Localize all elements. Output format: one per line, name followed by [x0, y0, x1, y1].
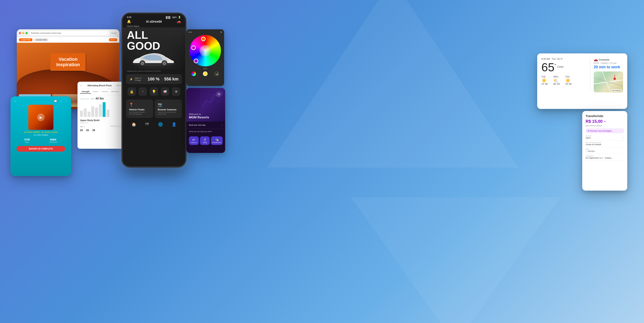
inactive-tab[interactable]: Inactive Tab	[34, 38, 48, 41]
workout-back-icon[interactable]: ←	[80, 84, 83, 87]
vacation-banner: VacationInspiration	[50, 53, 86, 71]
quando-section: Quando Agora	[586, 135, 592, 139]
bmw-status-bar: 8:09 ▌▌▌ WiFi 🔋	[123, 14, 185, 20]
horn-icon[interactable]: 📢	[161, 87, 169, 96]
mgm-entertain-btn[interactable]: 🎭 Entertainment	[211, 136, 223, 145]
more-icon[interactable]: ⋮	[65, 100, 68, 103]
tab-volume[interactable]: Volume	[100, 90, 110, 94]
color-wheel-bottom: 🌙	[186, 70, 224, 78]
tab-power[interactable]: Power	[91, 90, 100, 94]
quando-arrow[interactable]: ⌄	[622, 136, 624, 138]
quando-val: Agora	[586, 137, 592, 139]
maximize-dot[interactable]	[26, 32, 28, 34]
temperature: 65	[542, 61, 554, 73]
color-yellow-dot[interactable]	[203, 72, 208, 76]
bmw-car-icon[interactable]: 🚗	[177, 20, 181, 24]
transfer-msg-text: Escrever uma mensagem...	[590, 130, 613, 132]
mgm-body: Book your next stay › What can we help y…	[186, 122, 225, 146]
music-player-card: ← 💬 ♡ ⋮ ▶ CD JOÃO GOMES - Eu Tenho a Sen…	[10, 96, 71, 176]
mgm-checkin-btn[interactable]: 🏷 Check-In	[189, 136, 199, 145]
bmw-check-status: Check Status	[123, 25, 185, 28]
transfer-amount-row: R$ 15,00 ✏	[586, 119, 624, 124]
set-val-2: 20	[86, 129, 89, 132]
status-icons: ▌▌▌ WiFi 🔋	[166, 16, 181, 19]
bar-1	[80, 110, 83, 117]
color-wheel[interactable]	[190, 35, 221, 66]
entertain-label: Entertainment	[212, 142, 221, 143]
rep-max-val: 40 lbs	[96, 97, 104, 100]
close-dot[interactable]	[19, 32, 21, 34]
mgm-book-row[interactable]: Book your next stay ›	[186, 122, 225, 129]
bar-6	[99, 104, 102, 117]
forecast-thu-temps: 70° 55°	[565, 83, 572, 85]
set-val-3: 38	[92, 129, 95, 132]
bmw-charge-label-text: State of Charge	[135, 77, 148, 81]
tab-workouts[interactable]: Workouts	[110, 90, 121, 94]
weather-left: 8:00 AM · Tue, Oct 9 65 ° Clear TUE ☀️ 7…	[542, 58, 586, 92]
home-nav-icon[interactable]: 🏠	[132, 122, 136, 127]
download-button[interactable]: BAIXAR CD COMPLETO	[16, 146, 65, 152]
tab-bar: Active Tab Inactive Tab Board	[17, 37, 120, 43]
heart-icon[interactable]: ♡	[60, 100, 62, 103]
workout-about-link[interactable]: About	[116, 84, 121, 86]
rep-max-change: +43°	[90, 98, 94, 100]
quando-field: Quando Agora ⌄	[586, 135, 624, 140]
color-dark-mode-icon[interactable]: 🌙	[214, 72, 219, 76]
light-icon[interactable]: 💡	[150, 87, 158, 96]
plays-value: 57M	[24, 138, 30, 141]
remote-cameras-cell[interactable]: 📷 Remote Cameras Remote 3D and Remote In…	[155, 100, 182, 118]
bmw-updated-text: Updated from vehicle on 9/20/2021 01:59 …	[123, 69, 185, 73]
color-spectrum-dot[interactable]	[192, 72, 196, 76]
mgm-book-text: Book your next stay	[189, 124, 206, 126]
url-text: flutterfolio.com/vacation-travel-inspo	[31, 32, 61, 34]
guest-label: Guest	[112, 32, 116, 34]
bmw-charge-pct: 100 % / 556 km	[148, 77, 178, 82]
board-btn[interactable]: Board	[109, 38, 117, 41]
profile-nav-icon[interactable]: 👤	[172, 122, 176, 127]
entertain-icon: 🎭	[212, 138, 221, 142]
remote-cameras-title: Remote Cameras	[158, 108, 179, 111]
url-bar[interactable]: flutterfolio.com/vacation-travel-inspo	[30, 31, 109, 35]
checkin-icon: 🏷	[190, 138, 198, 142]
color-percent: 47%	[186, 68, 224, 70]
cpf-field: CPF ···.725.021–	[586, 148, 624, 154]
music-top-bar: ← 💬 ♡ ⋮	[10, 96, 71, 105]
map-city-label: San Francisco	[611, 89, 622, 92]
chat-icon[interactable]: 💬	[54, 100, 57, 103]
edit-icon[interactable]: ✏	[604, 120, 606, 123]
color-handle-purple2[interactable]	[194, 59, 198, 63]
map-thumbnail[interactable]: San Francisco	[594, 72, 623, 92]
active-tab[interactable]: Active Tab	[19, 38, 32, 41]
upload-icon[interactable]: ↑	[139, 87, 147, 96]
color-handle-purple1[interactable]	[191, 46, 196, 50]
bmw-bell-icon[interactable]: 🔔	[127, 20, 131, 24]
inst-label: Instituição	[586, 155, 613, 157]
color-handle-orange[interactable]	[201, 37, 206, 41]
wifi-icon: WiFi	[172, 16, 177, 19]
mgm-header: M Welcome to MGM Resorts	[186, 88, 225, 122]
bar-item	[106, 110, 109, 117]
battery-icon: 🔋	[178, 16, 181, 19]
tab-strength[interactable]: Strength	[80, 90, 91, 94]
vehicle-finder-cell[interactable]: 📍 Vehicle Finder Karl-Dompert-Straße 7, …	[126, 100, 153, 118]
play-button[interactable]: ▶	[37, 114, 44, 121]
rep-max-label: 1-REP MAX	[80, 98, 89, 100]
back-icon[interactable]: ←	[14, 99, 17, 103]
transfer-message-box[interactable]: ✉ Escrever uma mensagem...	[586, 128, 624, 133]
bar-5	[95, 108, 98, 117]
ac-icon[interactable]: ❄	[172, 87, 180, 96]
globe-nav-icon[interactable]: 🌐	[158, 122, 163, 127]
map-nav-icon[interactable]: 🗺	[145, 122, 149, 127]
bmw-charge-row: ⚡ State of Charge 100 % / 556 km	[126, 74, 182, 84]
transfer-amount: R$ 15,00	[586, 119, 602, 124]
forecast-thu-icon: ☀️	[565, 78, 572, 83]
charge-percent: 100 %	[148, 77, 160, 81]
lock-icon[interactable]: 🔒	[128, 87, 136, 96]
minimize-dot[interactable]	[22, 32, 24, 34]
color-wheel-close[interactable]: ✕	[220, 31, 222, 33]
forecast-wed-temps: 68° 54°	[553, 83, 560, 85]
album-inner: ▶	[28, 105, 54, 130]
bmw-car-image	[125, 40, 183, 69]
commute-label: Commute	[599, 58, 610, 61]
mgm-dining-btn[interactable]: 🍴 Dining	[200, 136, 210, 145]
